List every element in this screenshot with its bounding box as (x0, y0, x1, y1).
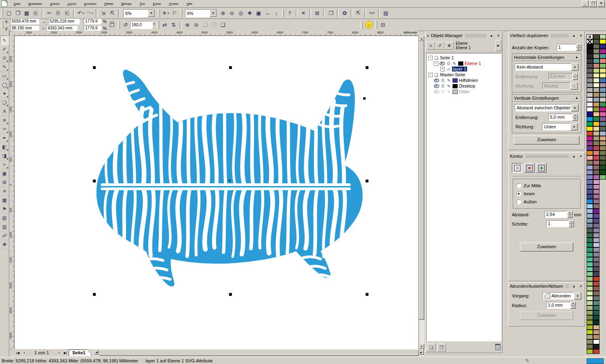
selection-handle-bottom-middle[interactable] (229, 293, 232, 296)
palette-swatch[interactable] (587, 63, 593, 68)
palette-swatch[interactable] (593, 175, 600, 180)
page-tab-seite1[interactable]: Seite1 (69, 349, 91, 356)
palette-swatch[interactable] (600, 78, 606, 83)
palette-swatch[interactable] (593, 296, 600, 301)
table-icon[interactable]: ⊞ (313, 9, 321, 17)
palette-swatch[interactable] (587, 339, 593, 344)
layer-color-swatch[interactable] (452, 78, 458, 83)
layer-manager-view-button[interactable]: ❖ (445, 42, 454, 50)
chevron-down-icon[interactable]: ▼ (574, 292, 581, 299)
horizontal-scrollbar[interactable]: ◀ ▶ (94, 349, 424, 356)
mirror-horizontal-icon[interactable]: ⇄ (161, 21, 169, 29)
zoom-all-icon[interactable]: ❖ (246, 9, 254, 17)
schritte-spinner[interactable]: 1 ▲▼ (546, 220, 574, 227)
palette-swatch[interactable] (593, 310, 600, 315)
palette-swatch[interactable] (587, 141, 593, 146)
collapse-icon[interactable]: ▲ (489, 33, 494, 38)
palette-swatch[interactable] (587, 68, 593, 73)
close-icon[interactable]: ✕ (496, 33, 501, 38)
palette-swatch[interactable] (600, 88, 606, 92)
palette-swatch[interactable] (593, 238, 600, 243)
toolbar-grip[interactable] (361, 21, 363, 29)
cells-tool[interactable]: ▥ (0, 222, 8, 231)
palette-swatch[interactable] (600, 141, 606, 146)
vorgang-select[interactable]: Abrunden ▼ (543, 292, 581, 299)
new-master-layer-button[interactable]: ❐ (437, 343, 446, 351)
copy-icon[interactable]: ⎘ (54, 9, 62, 17)
palette-swatch[interactable] (593, 276, 600, 281)
chevron-down-icon[interactable]: ▼ (571, 104, 579, 111)
pencil-icon[interactable]: ✎ (452, 61, 457, 66)
palette-swatch[interactable] (587, 180, 593, 184)
symbol-tool[interactable]: ▦ (0, 196, 8, 205)
palette-swatch[interactable] (593, 151, 600, 155)
first-page-button[interactable]: |◀ (15, 349, 21, 356)
palette-swatch[interactable] (593, 117, 600, 121)
collapse-icon[interactable]: ▲ (571, 284, 577, 289)
find-replace-icon[interactable]: ❒ (327, 9, 335, 17)
collapse-box-icon[interactable]: − (434, 61, 438, 66)
palette-swatch[interactable] (600, 63, 606, 68)
palette-swatch[interactable] (587, 165, 593, 170)
spin-down-icon[interactable]: ▼ (569, 224, 574, 228)
tree-item-hilfslinien[interactable]: ⎙ ✎ Hilfslinien (428, 77, 501, 83)
scroll-up-icon[interactable]: ▲ (419, 36, 424, 41)
scroll-right-icon[interactable]: ▶ (419, 349, 424, 355)
grid-tool[interactable]: ▤ (0, 213, 8, 222)
toolbar-grip[interactable] (375, 21, 377, 29)
palette-swatch[interactable] (593, 301, 600, 305)
spin-up-icon[interactable]: ▲ (576, 44, 581, 48)
palette-swatch[interactable] (593, 121, 600, 126)
spin-up-icon[interactable]: ▲ (567, 211, 572, 215)
pick-tool[interactable]: ↖ (0, 36, 9, 45)
restore-button[interactable]: ❐ (589, 0, 597, 7)
palette-swatch[interactable] (593, 335, 600, 339)
options-icon[interactable]: ▤ (382, 9, 390, 17)
palette-swatch[interactable] (593, 126, 600, 131)
palette-swatch[interactable] (600, 146, 606, 151)
palette-swatch[interactable] (593, 218, 600, 223)
docker-drag-lines[interactable] (566, 285, 569, 288)
radio-icon[interactable] (516, 183, 521, 188)
close-icon[interactable]: ✕ (578, 284, 583, 289)
selection-handle-top-right[interactable] (366, 66, 368, 69)
palette-swatch[interactable] (587, 218, 593, 223)
menu-item[interactable]: Fenster (165, 2, 183, 6)
palette-swatch[interactable] (593, 315, 600, 320)
selection-handle-middle-left[interactable] (93, 180, 96, 182)
layer-color-swatch[interactable] (452, 90, 458, 94)
menu-item[interactable]: Datei (10, 2, 24, 6)
tree-item-ebene1[interactable]: − ⎙ ✎ Ebene 1 (428, 61, 501, 66)
palette-swatch[interactable] (593, 59, 600, 63)
object-width-field[interactable]: 5295.218 mm (48, 18, 80, 25)
no-fill-swatch[interactable] (587, 39, 593, 44)
spin-down-icon[interactable]: ▼ (572, 117, 578, 121)
palette-swatch[interactable] (600, 34, 606, 39)
outline-tool[interactable]: ✒ (0, 134, 8, 142)
palette-swatch[interactable] (587, 320, 593, 325)
palette-swatch[interactable] (587, 131, 593, 136)
zuweisen-button[interactable]: Zuweisen (520, 243, 573, 251)
palette-swatch[interactable] (587, 160, 593, 165)
selection-center-marker[interactable]: ✕ (228, 178, 231, 183)
palette-swatch[interactable] (587, 257, 593, 262)
selection-handle-bottom-right[interactable] (366, 293, 368, 296)
palette-swatch[interactable] (593, 233, 600, 238)
menu-item[interactable]: Hilfe (183, 2, 196, 6)
menu-item[interactable]: Ansicht (46, 2, 63, 6)
palette-swatch[interactable] (593, 49, 600, 54)
palette-swatch[interactable] (593, 83, 600, 88)
menu-item[interactable]: Extras (149, 2, 165, 6)
spin-down-icon[interactable]: ▼ (567, 215, 572, 218)
palette-swatch[interactable] (587, 243, 593, 247)
menu-item[interactable]: Text (136, 2, 149, 6)
palette-swatch[interactable] (593, 209, 600, 213)
delete-layer-icon[interactable] (495, 345, 501, 350)
spin-up-icon[interactable]: ▲ (569, 220, 574, 224)
palette-swatch[interactable] (593, 54, 600, 59)
menu-item[interactable]: Layout (63, 2, 80, 6)
palette-swatch[interactable] (593, 184, 600, 189)
visibility-eye-icon[interactable] (434, 79, 439, 82)
palette-swatch[interactable] (587, 102, 593, 107)
last-page-button[interactable]: ▶| (62, 349, 69, 356)
